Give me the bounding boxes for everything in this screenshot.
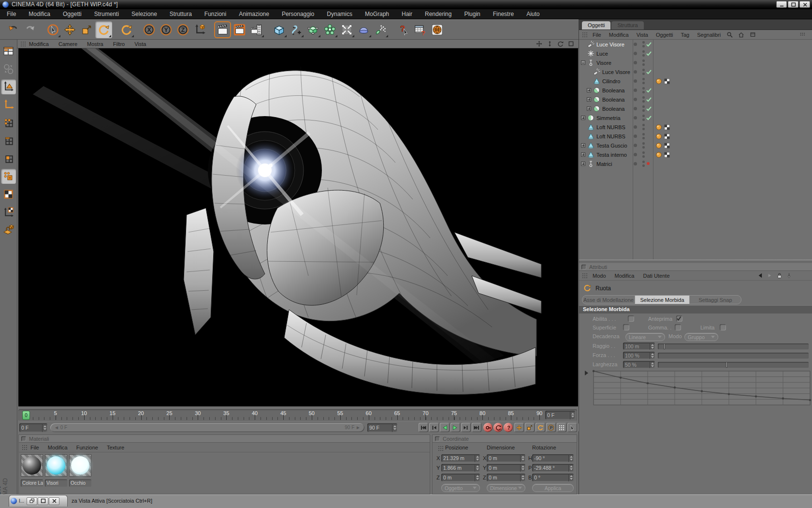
coordinate-field-posizione-x[interactable]: 21.329 m [441,454,480,462]
raggio-field[interactable]: 100 m [623,343,655,350]
menu-plugin[interactable]: Plugin [461,10,483,18]
frame-field[interactable]: 0 F [19,423,47,432]
enabled-check-icon[interactable] [646,106,652,112]
mini-close-button[interactable] [49,497,59,505]
object-manager-menu-segnalibri[interactable]: Segnalibri [697,32,721,38]
object-row-luce-visore[interactable]: Luce Visore [579,40,812,49]
expander-plus-icon[interactable] [581,116,585,120]
phong-tag[interactable] [655,151,662,159]
enabled-check-icon[interactable] [646,69,652,75]
scale-button[interactable] [78,21,95,38]
forza-slider[interactable] [658,353,809,359]
object-row-luce-visore[interactable]: Luce Visore [579,67,812,76]
layer-dot[interactable] [634,144,637,147]
autokey-button[interactable] [493,423,503,432]
add-hypernurbs-button[interactable] [304,21,321,38]
floating-mini-window[interactable]: I... [9,495,68,507]
forza-field[interactable]: 100 % [623,352,655,359]
convert-button[interactable] [1,61,16,76]
object-manager-menu-vista[interactable]: Vista [637,32,648,38]
object-row-visore[interactable]: Visore [579,58,812,67]
render-visibility-dot[interactable] [642,45,645,47]
viewport-3d[interactable] [18,48,578,406]
gomma-checkbox[interactable] [675,324,681,330]
raggio-slider[interactable] [658,344,809,349]
viewport-menu-modifica[interactable]: Modifica [29,41,49,47]
lock-y-button[interactable]: Y [158,21,174,38]
render-visibility-dot[interactable] [642,54,645,57]
polygon-mode-button[interactable] [1,151,16,166]
object-row-loft-nurbs[interactable]: Loft NURBS [579,132,812,141]
add-array-button[interactable] [321,21,338,38]
editor-visibility-dot[interactable] [642,151,645,154]
enabled-check-icon[interactable] [646,97,652,103]
object-row-luce[interactable]: Luce [579,49,812,58]
end-frame-spinner[interactable] [392,423,397,432]
edge-mode-button[interactable] [1,133,16,148]
online-updater-button[interactable] [429,21,446,38]
coordinate-field-posizione-z[interactable]: 0 m [441,474,480,481]
dimensione-dropdown[interactable]: Dimensione [487,484,525,492]
expander-plus-icon[interactable] [587,88,591,92]
end-frame-field[interactable]: 90 F [367,423,397,432]
frame-field-spinner[interactable] [42,423,47,432]
materials-menu-funzione[interactable]: Funzione [76,445,98,450]
go-end-button[interactable] [472,423,481,432]
materials-menu-file[interactable]: File [30,445,39,450]
coordinates-collapse-checkbox[interactable] [435,436,440,441]
frame-spinner[interactable] [570,411,575,419]
editor-visibility-dot[interactable] [642,96,645,99]
render-visibility-dot[interactable] [642,137,645,139]
add-environment-button[interactable] [355,21,372,38]
panel-grip[interactable] [582,32,588,38]
key-rotation-button[interactable] [536,423,545,432]
menu-strumenti[interactable]: Strumenti [91,10,122,18]
key-scale-button[interactable] [525,423,535,432]
object-row-testa-guscio[interactable]: Testa Guscio [579,141,812,150]
add-deformer-button[interactable] [338,21,355,38]
object-row-cilindro[interactable]: Cilindro [579,76,812,86]
object-row-matrici[interactable]: Matrici [579,159,812,168]
record-options-button[interactable]: ? [504,423,513,432]
menu-aiuto[interactable]: Aiuto [523,10,542,18]
texture-mode-button[interactable] [1,187,16,202]
history-back-button[interactable] [757,272,763,280]
modo-dropdown[interactable]: Gruppo [684,333,718,341]
texture-tag[interactable] [664,78,670,86]
redo-button[interactable] [22,21,39,38]
object-row-simmetria[interactable]: Simmetria [579,113,812,122]
render-visibility-dot[interactable] [642,109,645,112]
viewport-menu-camere[interactable]: Camere [58,41,77,47]
render-active-view-button[interactable] [231,21,248,38]
lock-z-button[interactable]: Z [174,21,191,38]
layer-dot[interactable] [634,162,637,165]
recent-rotate-button[interactable] [118,21,135,38]
menu-struttura[interactable]: Struttura [167,10,195,18]
layer-dot[interactable] [634,70,637,74]
go-start-button[interactable] [419,423,428,432]
render-visibility-dot[interactable] [642,119,645,121]
move-button[interactable] [61,21,78,38]
editor-visibility-dot[interactable] [642,78,645,80]
render-visibility-dot[interactable] [642,146,645,149]
coordinate-spinner[interactable] [568,454,574,462]
object-row-booleana[interactable]: Booleana [579,95,812,104]
attributes-collapse-checkbox[interactable] [581,265,586,269]
search-button[interactable] [726,31,733,39]
coordinate-spinner[interactable] [475,474,480,481]
render-visibility-dot[interactable] [642,73,645,75]
render-visibility-dot[interactable] [642,63,645,66]
enabled-check-icon[interactable] [646,88,652,94]
model-mode-button[interactable] [1,79,16,94]
menu-finestre[interactable]: Finestre [490,10,517,18]
expander-plus-icon[interactable] [581,162,585,166]
tab-struttura[interactable]: Struttura [611,21,643,30]
key-position-button[interactable] [514,423,524,432]
expander-plus-icon[interactable] [581,143,585,148]
coordinate-field-dimensione-x[interactable]: 0 m [487,454,525,462]
layer-dot[interactable] [634,153,637,156]
coordinate-field-dimensione-y[interactable]: 0 m [487,464,525,472]
curve-expander-icon[interactable] [585,371,588,375]
command-manager-button[interactable]: ? [412,21,429,38]
attributes-menu-dati-utente[interactable]: Dati Utente [643,273,670,279]
